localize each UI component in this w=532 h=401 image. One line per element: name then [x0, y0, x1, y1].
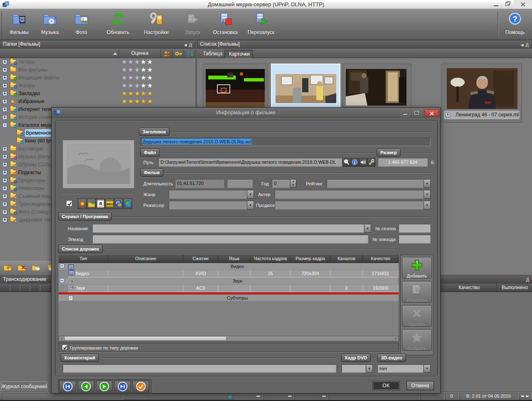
season-input[interactable] [399, 224, 431, 233]
collapse-icon[interactable]: − [60, 278, 64, 283]
expand-icon[interactable]: + [2, 91, 7, 96]
minimize-button[interactable] [490, 0, 502, 9]
audio-group-row[interactable]: − ♪ Звук [59, 278, 399, 285]
toolbar-button-stop[interactable]: ♪Остановка [209, 10, 242, 39]
prev-record-button[interactable] [78, 381, 94, 391]
grouping-checkbox[interactable] [62, 344, 67, 350]
sound-test-button[interactable] [359, 158, 367, 167]
collapse-arrow-icon[interactable]: ◄ [183, 42, 189, 47]
genre-combo[interactable] [169, 190, 247, 199]
card-expander-icon[interactable]: + [446, 113, 450, 117]
expand-icon[interactable]: + [2, 194, 7, 199]
actor-combo[interactable] [275, 190, 424, 199]
frames-lookup-button[interactable] [114, 199, 123, 209]
scroll-left-icon[interactable]: ‹ [59, 336, 64, 341]
cloud-folder-icon[interactable] [32, 264, 41, 272]
expand-icon[interactable]: + [2, 99, 7, 104]
tree-rating-column-header[interactable]: Оценка [119, 49, 161, 58]
tab-cards[interactable]: Карточки [224, 50, 253, 58]
close-button[interactable] [514, 0, 532, 9]
tree-item[interactable]: +Жанры★★★★★ [0, 82, 195, 90]
collapse-icon[interactable]: − [2, 123, 7, 128]
col-fps[interactable]: Частота кадров [251, 255, 291, 263]
series-name-combo[interactable] [92, 224, 364, 233]
movie-card-label[interactable]: + Ленинград 46 - 07 серия.mkv [444, 111, 520, 119]
tools-button[interactable] [367, 158, 375, 167]
sun-lookup-button[interactable] [78, 199, 86, 209]
amazon-lookup-button[interactable]: a [96, 199, 105, 209]
info-button[interactable]: i [351, 158, 359, 167]
transcode-col-quality[interactable]: Качество [441, 283, 497, 292]
col-channels[interactable]: Каналов [330, 255, 363, 263]
tracks-hscrollbar[interactable]: ‹ › [59, 336, 399, 341]
director-combo[interactable] [169, 201, 247, 209]
last-record-button[interactable] [114, 381, 131, 391]
delete-folder-icon[interactable] [17, 264, 27, 272]
dialog-maximize-button[interactable] [412, 109, 421, 116]
expand-icon[interactable]: + [2, 218, 7, 222]
title-input[interactable]: Дедушка легкого поведения.2016.D.WEB-DLR… [140, 138, 431, 146]
folder-lookup-button[interactable] [87, 199, 96, 209]
pin-icon[interactable]: Д [526, 42, 530, 47]
episode-num-input[interactable] [399, 235, 431, 244]
sort-icon[interactable] [185, 50, 195, 57]
dvd-frame-combo[interactable] [342, 364, 366, 373]
producer-combo-arrow[interactable]: ▼ [424, 201, 431, 209]
expand-icon[interactable]: + [2, 155, 7, 159]
tree-item[interactable]: +Входящие файлы★★★★★ [0, 74, 195, 82]
toolbar-button-photo[interactable]: Фото [66, 10, 97, 39]
episode-input[interactable] [92, 235, 368, 244]
year-input[interactable]: 0 [272, 179, 290, 188]
pin-icon[interactable]: Д [189, 42, 193, 47]
expand-icon[interactable]: + [2, 60, 7, 64]
audio-track-row[interactable]: ♪Звук AC3 2 192000 [59, 285, 399, 292]
collapse-icon[interactable]: − [60, 264, 64, 268]
scroll-right-icon[interactable]: › [393, 336, 398, 341]
next-record-button[interactable] [96, 381, 113, 391]
actor-combo-arrow[interactable]: ▼ [424, 190, 431, 199]
duration-extra-input[interactable] [227, 179, 253, 188]
collapse-arrow-icon[interactable]: ◄ [520, 42, 526, 47]
pin-icon[interactable]: Д [526, 276, 529, 283]
toolbar-button-movies[interactable]: Фильмы [4, 10, 34, 39]
toolbar-button-help[interactable]: ? Помощь [500, 10, 530, 39]
edit-folder-icon[interactable] [3, 264, 12, 272]
col-language[interactable]: Язык [218, 255, 251, 263]
tree-item[interactable]: +Актеры★★★★★ [0, 58, 195, 66]
key-icon[interactable] [173, 50, 184, 57]
toolbar-button-refresh[interactable]: Обновить [100, 10, 136, 39]
dvd-frame-combo-arrow[interactable]: ▼ [366, 364, 373, 373]
expand-icon[interactable]: + [2, 162, 7, 167]
tree-item[interactable]: +★Избранные★★★★★ [0, 98, 195, 106]
col-compression[interactable]: Сжатие [183, 255, 218, 263]
tree-item[interactable]: +Все фильмы★★★★★ [0, 66, 195, 74]
toolbar-button-music[interactable]: ♪Музыка [35, 10, 65, 39]
expand-icon[interactable]: + [2, 84, 7, 88]
toolbar-grip[interactable] [1, 12, 2, 37]
expand-icon[interactable]: + [2, 76, 7, 80]
series-name-combo-arrow[interactable]: ▼ [364, 224, 371, 233]
expand-icon[interactable]: + [2, 147, 7, 151]
col-quality[interactable]: Качество [363, 255, 399, 263]
comment-input[interactable] [63, 364, 336, 373]
video3d-combo[interactable]: Нет [377, 364, 424, 373]
restore-button[interactable] [502, 0, 514, 9]
rating-combo[interactable] [327, 179, 424, 188]
cancel-button[interactable]: Отмена [406, 381, 434, 390]
expand-icon[interactable]: + [2, 115, 7, 120]
toolbar-button-settings[interactable]: Настройки [137, 10, 175, 39]
transcode-col-done[interactable]: Выполнено [498, 283, 532, 292]
year-spinner[interactable]: ▲▼ [290, 179, 296, 188]
col-type[interactable]: Тип [59, 255, 108, 263]
col-description[interactable]: Описание [108, 255, 183, 263]
director-combo-arrow[interactable]: ▼ [247, 201, 254, 209]
tree-item[interactable]: +Закладки★★★★★ [0, 90, 195, 98]
video-group-row[interactable]: − Видео [59, 263, 399, 270]
ok-button[interactable]: OK [372, 381, 400, 390]
rating-combo-arrow[interactable]: ▼ [424, 179, 431, 188]
lookup-enabled-checkbox[interactable] [66, 200, 72, 207]
users-icon[interactable] [162, 50, 172, 57]
imdb-lookup-button[interactable]: IMDb [105, 199, 114, 209]
expand-icon[interactable]: + [2, 107, 7, 112]
movie-card[interactable]: + Ленинград 46 - 07 серия.mkv [441, 64, 522, 123]
